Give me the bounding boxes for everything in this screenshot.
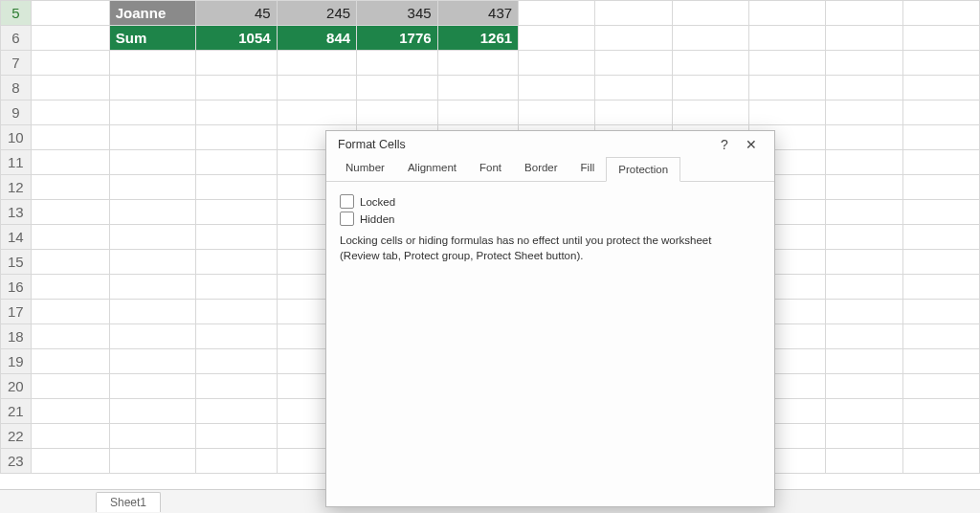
row-header[interactable]: 13 [1, 200, 32, 225]
row-header[interactable]: 21 [1, 399, 32, 424]
cell[interactable] [902, 324, 979, 349]
cell[interactable] [196, 275, 278, 300]
cell[interactable] [109, 100, 195, 125]
cell[interactable]: 1054 [196, 26, 278, 51]
cell[interactable] [109, 150, 195, 175]
cell[interactable] [902, 1, 979, 26]
cell[interactable] [519, 26, 595, 51]
cell[interactable] [31, 26, 109, 51]
row-header[interactable]: 20 [1, 374, 32, 399]
cell[interactable] [196, 150, 278, 175]
tab-protection[interactable]: Protection [606, 157, 680, 182]
tab-font[interactable]: Font [468, 156, 513, 181]
cell[interactable] [31, 150, 109, 175]
cell[interactable] [196, 125, 278, 150]
cell[interactable] [109, 51, 195, 76]
cell[interactable] [826, 175, 902, 200]
cell[interactable] [196, 76, 278, 100]
cell[interactable] [749, 100, 826, 125]
cell[interactable] [826, 150, 902, 175]
cell[interactable] [902, 76, 979, 100]
cell[interactable] [519, 51, 595, 76]
cell[interactable] [196, 349, 278, 374]
tab-border[interactable]: Border [513, 156, 569, 181]
cell[interactable] [109, 449, 195, 474]
cell[interactable] [826, 399, 902, 424]
tab-number[interactable]: Number [334, 156, 396, 181]
cell[interactable] [31, 51, 109, 76]
row-header[interactable]: 5 [1, 1, 32, 26]
cell[interactable] [109, 200, 195, 225]
cell[interactable] [31, 349, 109, 374]
cell[interactable] [826, 349, 902, 374]
row-header[interactable]: 18 [1, 324, 32, 349]
row-header[interactable]: 6 [1, 26, 32, 51]
cell[interactable] [277, 76, 356, 100]
cell[interactable] [595, 26, 672, 51]
cell[interactable] [826, 125, 902, 150]
cell[interactable] [31, 300, 109, 324]
cell[interactable] [31, 225, 109, 250]
row-header[interactable]: 7 [1, 51, 32, 76]
cell[interactable] [357, 76, 438, 100]
row-header[interactable]: 16 [1, 275, 32, 300]
cell[interactable] [902, 399, 979, 424]
cell[interactable] [902, 125, 979, 150]
cell[interactable]: 437 [437, 1, 519, 26]
cell[interactable] [672, 26, 748, 51]
cell[interactable] [749, 51, 826, 76]
cell[interactable] [749, 26, 826, 51]
help-button[interactable]: ? [711, 137, 738, 152]
cell[interactable] [31, 175, 109, 200]
cell[interactable] [109, 76, 195, 100]
cell[interactable] [826, 26, 902, 51]
cell[interactable] [196, 300, 278, 324]
cell[interactable] [31, 250, 109, 275]
cell[interactable] [196, 225, 278, 250]
cell[interactable] [31, 200, 109, 225]
cell[interactable] [672, 100, 748, 125]
hidden-checkbox[interactable]: Hidden [340, 212, 761, 226]
cell[interactable] [826, 300, 902, 324]
row-header[interactable]: 14 [1, 225, 32, 250]
cell[interactable] [357, 51, 438, 76]
cell[interactable] [826, 374, 902, 399]
tab-alignment[interactable]: Alignment [396, 156, 468, 181]
cell[interactable] [902, 449, 979, 474]
cell[interactable] [826, 449, 902, 474]
cell[interactable] [31, 449, 109, 474]
cell[interactable] [826, 275, 902, 300]
cell[interactable] [31, 324, 109, 349]
cell[interactable] [109, 349, 195, 374]
cell[interactable] [31, 399, 109, 424]
cell[interactable] [519, 76, 595, 100]
cell[interactable] [109, 125, 195, 150]
cell[interactable] [196, 51, 278, 76]
cell[interactable] [357, 100, 438, 125]
tab-fill[interactable]: Fill [569, 156, 607, 181]
cell[interactable] [109, 300, 195, 324]
cell[interactable] [826, 51, 902, 76]
cell[interactable] [109, 374, 195, 399]
cell[interactable] [437, 76, 519, 100]
row-header[interactable]: 11 [1, 150, 32, 175]
cell[interactable]: 1261 [437, 26, 519, 51]
cell[interactable]: Joanne [109, 1, 195, 26]
row-header[interactable]: 8 [1, 76, 32, 100]
cell[interactable] [196, 424, 278, 449]
cell[interactable] [109, 324, 195, 349]
locked-checkbox[interactable]: Locked [340, 194, 761, 209]
cell[interactable] [31, 374, 109, 399]
cell[interactable] [109, 399, 195, 424]
cell[interactable] [196, 175, 278, 200]
cell[interactable] [595, 100, 672, 125]
row-header[interactable]: 9 [1, 100, 32, 125]
cell[interactable]: 1776 [357, 26, 438, 51]
close-button[interactable]: ✕ [738, 137, 765, 152]
cell[interactable] [902, 150, 979, 175]
row-header[interactable]: 23 [1, 449, 32, 474]
cell[interactable] [902, 374, 979, 399]
cell[interactable] [672, 76, 748, 100]
cell[interactable] [109, 275, 195, 300]
cell[interactable] [109, 250, 195, 275]
